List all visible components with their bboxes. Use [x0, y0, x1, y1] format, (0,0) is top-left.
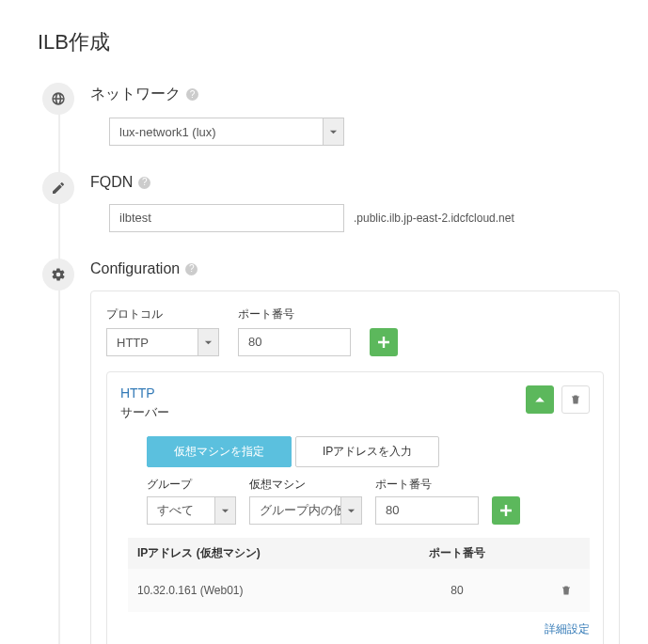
- server-table-header: IPアドレス (仮想マシン) ポート番号: [128, 538, 590, 569]
- chevron-up-icon: [534, 394, 545, 405]
- server-port-input[interactable]: 80: [375, 496, 479, 525]
- globe-icon: [42, 83, 74, 115]
- plus-icon: [500, 505, 512, 516]
- configuration-panel: プロトコル HTTP ポート番号 80: [90, 291, 620, 644]
- step-list: ネットワーク lux-network1 (lux) FQDN: [38, 85, 620, 644]
- tab-specify-vm[interactable]: 仮想マシンを指定: [147, 436, 292, 467]
- chevron-down-icon: [340, 497, 361, 524]
- vm-select-value: グループ内の仮想マシン: [250, 502, 340, 519]
- row-port: 80: [372, 584, 542, 597]
- delete-entry-button[interactable]: [561, 385, 590, 414]
- col-port: ポート番号: [372, 545, 542, 561]
- protocol-select[interactable]: HTTP: [106, 328, 219, 356]
- port-label: ポート番号: [238, 306, 351, 322]
- step-configuration: Configuration プロトコル HTTP: [38, 260, 620, 644]
- add-config-button[interactable]: [370, 328, 398, 356]
- config-entry: HTTP サーバー 仮想マシンを指定: [106, 371, 604, 644]
- config-entry-title: HTTP: [120, 385, 169, 401]
- network-select-value: lux-network1 (lux): [110, 125, 323, 139]
- protocol-select-value: HTTP: [107, 336, 198, 350]
- trash-icon: [570, 394, 581, 405]
- step-network: ネットワーク lux-network1 (lux): [38, 85, 620, 146]
- help-icon[interactable]: [186, 88, 198, 101]
- step-fqdn-title: FQDN: [90, 174, 133, 191]
- group-select[interactable]: すべて: [147, 496, 236, 525]
- vm-select[interactable]: グループ内の仮想マシン: [249, 496, 362, 525]
- table-row: 10.32.0.161 (Web01) 80: [128, 569, 590, 612]
- collapse-button[interactable]: [526, 385, 554, 414]
- col-ip: IPアドレス (仮想マシン): [137, 545, 372, 561]
- group-label: グループ: [147, 477, 236, 493]
- trash-icon: [561, 585, 572, 596]
- step-network-title: ネットワーク: [90, 85, 181, 104]
- plus-icon: [378, 337, 389, 348]
- chevron-down-icon: [323, 118, 343, 145]
- vm-label: 仮想マシン: [249, 477, 362, 493]
- add-server-button[interactable]: [492, 496, 520, 525]
- fqdn-input[interactable]: ilbtest: [109, 204, 344, 232]
- group-select-value: すべて: [148, 502, 214, 519]
- fqdn-suffix: .public.ilb.jp-east-2.idcfcloud.net: [354, 212, 514, 225]
- protocol-label: プロトコル: [106, 306, 219, 322]
- delete-row-button[interactable]: [552, 576, 580, 605]
- help-icon[interactable]: [138, 177, 150, 189]
- server-heading: サーバー: [120, 404, 169, 421]
- network-select[interactable]: lux-network1 (lux): [109, 118, 344, 146]
- chevron-down-icon: [214, 497, 235, 524]
- row-ip: 10.32.0.161 (Web01): [137, 584, 372, 597]
- port-input[interactable]: 80: [238, 328, 351, 356]
- page-title: ILB作成: [38, 28, 620, 56]
- pencil-icon: [42, 172, 74, 204]
- advanced-settings-link[interactable]: 詳細設定: [545, 622, 590, 636]
- step-fqdn: FQDN ilbtest .public.ilb.jp-east-2.idcfc…: [38, 174, 620, 232]
- gears-icon: [42, 259, 74, 291]
- step-configuration-title: Configuration: [90, 260, 180, 277]
- tab-enter-ip[interactable]: IPアドレスを入力: [295, 436, 439, 467]
- server-port-label: ポート番号: [375, 477, 479, 493]
- help-icon[interactable]: [185, 263, 198, 275]
- chevron-down-icon: [198, 329, 218, 355]
